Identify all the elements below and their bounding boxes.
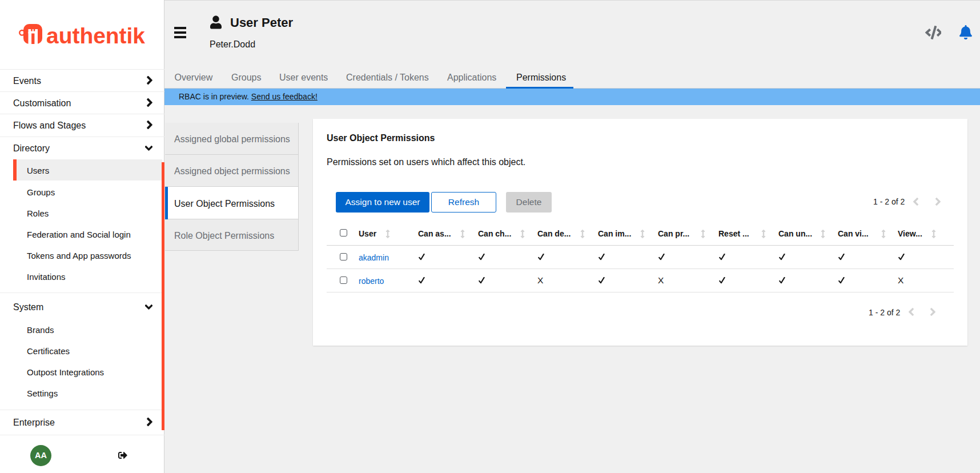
svg-text:authentik: authentik (46, 23, 145, 46)
